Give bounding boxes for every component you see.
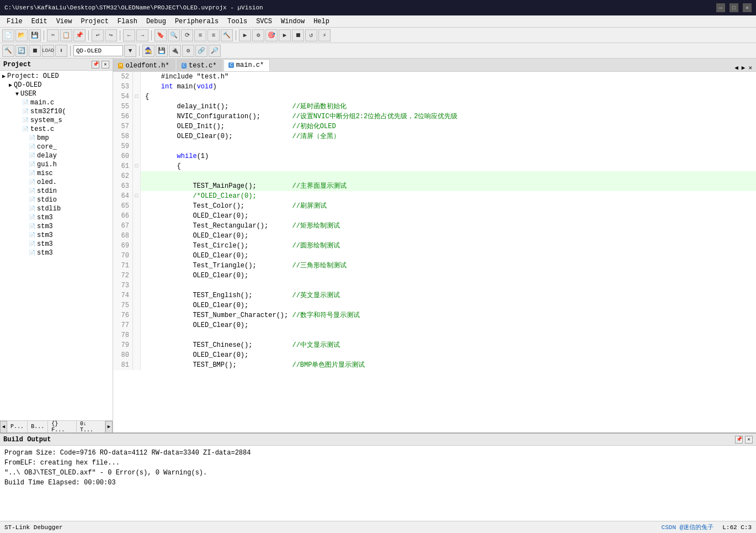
tree-item-test.c[interactable]: 📄test.c: [0, 125, 113, 134]
menu-item-project[interactable]: Project: [76, 17, 113, 27]
editor-tab-0[interactable]: Holedfont.h*: [113, 59, 175, 71]
cut-button[interactable]: ✂: [47, 29, 59, 41]
tree-item-stm3_1[interactable]: 📄stm3: [0, 213, 113, 222]
build-close-button[interactable]: ✕: [745, 436, 753, 444]
code-text-59[interactable]: [141, 141, 756, 151]
scroll-right-button[interactable]: ▶: [105, 421, 113, 433]
rtx-button[interactable]: ⚙: [182, 45, 194, 57]
menu-item-svcs[interactable]: SVCS: [252, 17, 276, 27]
code-text-57[interactable]: OLED_Init(); //初始化OLED: [141, 122, 756, 131]
build-button[interactable]: 🔨: [221, 29, 233, 41]
tree-item-oled.[interactable]: 📄oled.: [0, 178, 113, 187]
menu-item-peripherals[interactable]: Peripherals: [171, 17, 223, 27]
maximize-button[interactable]: □: [730, 3, 738, 12]
code-text-66[interactable]: OLED_Clear(0);: [141, 211, 756, 221]
code-text-53[interactable]: int main(void): [141, 82, 756, 92]
project-bottom-tab-2[interactable]: {} F...: [48, 421, 77, 433]
code-text-70[interactable]: OLED_Clear(0);: [141, 251, 756, 261]
tree-item-system_s[interactable]: 📄system_s: [0, 116, 113, 125]
tree-item-stm3_5[interactable]: 📄stm3: [0, 249, 113, 257]
undo-button[interactable]: ↩: [92, 29, 104, 41]
tree-item-gui.h[interactable]: 📄gui.h: [0, 160, 113, 169]
tab-close-button[interactable]: ✕: [747, 64, 754, 71]
code-text-56[interactable]: NVIC_Configuration(); //设置NVIC中断分组2:2位抢占…: [141, 112, 756, 122]
debug-button[interactable]: ▶: [239, 29, 251, 41]
project-pin-button[interactable]: 📌: [92, 61, 99, 68]
tree-item-stm32f10[interactable]: 📄stm32f10(: [0, 107, 113, 116]
menu-item-window[interactable]: Window: [276, 17, 309, 27]
load-button[interactable]: LOAD: [42, 45, 54, 57]
tree-item-stm3_4[interactable]: 📄stm3: [0, 240, 113, 249]
find-button[interactable]: 🔍: [168, 29, 180, 41]
code-text-61[interactable]: {: [141, 161, 756, 171]
jlink-button[interactable]: 🔌: [169, 45, 181, 57]
tree-item-stm3_2[interactable]: 📄stm3: [0, 222, 113, 231]
tree-item-stm3_3[interactable]: 📄stm3: [0, 231, 113, 240]
flash2-button[interactable]: 💾: [156, 45, 168, 57]
code-text-63[interactable]: TEST_MainPage(); //主界面显示测试: [141, 181, 756, 191]
code-text-64[interactable]: /*OLED_Clear(0);: [141, 191, 756, 201]
menu-item-edit[interactable]: Edit: [27, 17, 52, 27]
fold-indicator-64[interactable]: □: [133, 191, 141, 201]
menu-item-view[interactable]: View: [52, 17, 77, 27]
tree-item-stdlib[interactable]: 📄stdlib: [0, 204, 113, 213]
redo-button[interactable]: ↪: [105, 29, 117, 41]
code-text-71[interactable]: Test_Triangle(); //三角形绘制测试: [141, 261, 756, 271]
code-text-69[interactable]: Test_Circle(); //圆形绘制测试: [141, 241, 756, 251]
fold-indicator-54[interactable]: □: [133, 92, 141, 102]
menu-item-flash[interactable]: Flash: [113, 17, 142, 27]
outdent-button[interactable]: ≡: [207, 29, 220, 41]
indent-button[interactable]: ≡: [194, 29, 206, 41]
tab-scroll-right-button[interactable]: ▶: [740, 64, 747, 71]
save-button[interactable]: 💾: [29, 29, 41, 41]
dropdown-button[interactable]: ▼: [124, 45, 136, 57]
ulink-button[interactable]: 🔗: [195, 45, 207, 57]
tree-item-user[interactable]: ▼USER: [0, 89, 113, 98]
fold-indicator-61[interactable]: □: [133, 161, 141, 171]
new-file-button[interactable]: 📄: [2, 29, 14, 41]
menu-item-help[interactable]: Help: [309, 17, 334, 27]
tree-item-stdio[interactable]: 📄stdio: [0, 196, 113, 204]
rebuild-button[interactable]: 🔄: [15, 45, 28, 57]
wizard-button[interactable]: 🧙: [142, 45, 155, 57]
replace-button[interactable]: ⟳: [181, 29, 193, 41]
project-bottom-tab-0[interactable]: P...: [7, 421, 28, 433]
code-text-75[interactable]: OLED_Clear(0);: [141, 300, 756, 310]
code-text-76[interactable]: TEST_Number_Character(); //数字和符号显示测试: [141, 310, 756, 320]
code-text-62[interactable]: [141, 171, 756, 181]
code-text-58[interactable]: OLED_Clear(0); //清屏（全黑）: [141, 131, 756, 141]
code-text-52[interactable]: #include "test.h": [141, 72, 756, 82]
project-bottom-tab-3[interactable]: 0↓ T...: [77, 421, 105, 433]
menu-item-debug[interactable]: Debug: [142, 17, 171, 27]
options-button[interactable]: ⚙: [252, 29, 264, 41]
bookmark-button[interactable]: 🔖: [155, 29, 167, 41]
build2-button[interactable]: 🔨: [2, 45, 14, 57]
menu-item-file[interactable]: File: [2, 17, 27, 27]
code-text-74[interactable]: TEST_English(); //英文显示测试: [141, 291, 756, 300]
build-pin-button[interactable]: 📌: [735, 436, 743, 444]
tree-item-bmp[interactable]: 📄bmp: [0, 134, 113, 143]
tab-scroll-left-button[interactable]: ◀: [733, 64, 740, 71]
code-text-65[interactable]: Test_Color(); //刷屏测试: [141, 201, 756, 211]
stop2-button[interactable]: ⏹: [29, 45, 41, 57]
copy-button[interactable]: 📋: [60, 29, 72, 41]
project-close-button[interactable]: ✕: [102, 61, 109, 68]
code-text-72[interactable]: OLED_Clear(0);: [141, 271, 756, 281]
code-text-67[interactable]: Test_Rectangular(); //矩形绘制测试: [141, 221, 756, 231]
code-text-55[interactable]: delay_init(); //延时函数初始化: [141, 102, 756, 112]
code-text-78[interactable]: [141, 330, 756, 340]
nav-back-button[interactable]: ←: [123, 29, 135, 41]
code-text-77[interactable]: OLED_Clear(0);: [141, 320, 756, 330]
code-text-68[interactable]: OLED_Clear(0);: [141, 231, 756, 241]
editor-tab-1[interactable]: Ctest.c*: [177, 59, 223, 71]
minimize-button[interactable]: —: [716, 3, 725, 12]
code-editor[interactable]: 52 #include "test.h"53 int main(void)54□…: [113, 72, 756, 432]
tree-item-root[interactable]: ▶Project: OLED: [0, 72, 113, 81]
download-button[interactable]: ⬇: [55, 45, 67, 57]
code-text-54[interactable]: {: [141, 92, 756, 102]
scroll-left-button[interactable]: ◀: [0, 421, 7, 433]
menu-item-tools[interactable]: Tools: [223, 17, 252, 27]
code-text-79[interactable]: TEST_Chinese(); //中文显示测试: [141, 340, 756, 350]
flash-button[interactable]: ⚡: [318, 29, 331, 41]
stop-button[interactable]: ⏹: [292, 29, 304, 41]
